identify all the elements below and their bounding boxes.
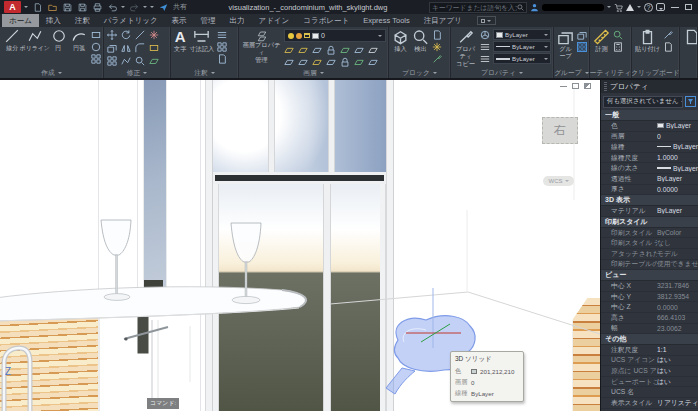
explode-tool-icon[interactable] — [149, 56, 159, 66]
linetype-list-icon[interactable] — [480, 42, 490, 52]
group-button[interactable]: グループ — [557, 29, 574, 60]
layer-state-icon[interactable] — [298, 57, 308, 67]
ungroup-icon[interactable] — [577, 30, 587, 40]
dimension-tool[interactable]: 寸法記入 — [189, 29, 214, 53]
move-tool-icon[interactable] — [107, 30, 117, 40]
panel-label-clipboard[interactable]: クリップボード — [632, 67, 679, 78]
search-input[interactable] — [432, 4, 517, 11]
layer-merge-icon[interactable] — [312, 57, 322, 67]
tab-featured-apps[interactable]: 注目アプリ — [417, 14, 469, 27]
panel-label-utilities[interactable]: ユーティリティ — [590, 67, 631, 78]
section-general[interactable]: 一般 — [601, 110, 698, 121]
section-view[interactable]: ビュー — [601, 270, 698, 281]
layer-dropdown[interactable]: 0 — [284, 29, 386, 42]
insert-block-button[interactable]: 挿入 — [392, 29, 409, 53]
calculator-icon[interactable] — [613, 42, 623, 52]
palette-grip[interactable] — [604, 82, 607, 91]
new-file-icon[interactable] — [31, 1, 43, 13]
panel-label-properties[interactable]: プロパティ — [451, 67, 553, 78]
block-attr-icon[interactable] — [432, 54, 442, 64]
mirror-tool-icon[interactable] — [121, 43, 131, 53]
autodesk-app-icon[interactable] — [626, 0, 634, 11]
store-cart-icon[interactable] — [614, 3, 623, 12]
share-label[interactable]: 共有 — [173, 2, 187, 12]
save-as-icon[interactable] — [76, 1, 88, 13]
panel-label-layers[interactable]: 画層 — [239, 68, 388, 78]
section-misc[interactable]: その他 — [601, 334, 698, 345]
section-3d-display[interactable]: 3D 表示 — [601, 195, 698, 206]
paste-button[interactable]: 貼り付け — [635, 29, 660, 53]
layer-freeze-icon[interactable] — [312, 45, 322, 55]
search-icon[interactable] — [517, 4, 524, 11]
apps-caret-icon[interactable] — [637, 6, 641, 10]
drawing-canvas[interactable]: 右 WCS 3D ソリッド 色 201,212,210 画層0 線種ByLaye… — [0, 80, 600, 411]
layer-lock-icon[interactable] — [326, 45, 336, 55]
create-block-icon[interactable] — [432, 30, 442, 40]
viewcube[interactable]: 右 — [542, 117, 578, 144]
feedback-icon[interactable] — [656, 3, 665, 11]
save-icon[interactable] — [61, 1, 73, 13]
command-line-badge[interactable]: コマンド: — [147, 398, 179, 409]
tab-parametric[interactable]: パラメトリック — [97, 14, 165, 27]
tab-collaborate[interactable]: コラボレート — [296, 14, 356, 27]
help-icon[interactable]: ? — [644, 3, 653, 12]
match-properties-button[interactable]: プロパティコピー — [454, 29, 477, 67]
circle-tool[interactable]: 円 — [50, 29, 68, 53]
viewport-restore-icon[interactable] — [572, 83, 579, 89]
linetype-dropdown[interactable]: ByLayer — [493, 41, 551, 52]
layer-off-icon[interactable] — [284, 45, 294, 55]
layer-current-icon[interactable] — [354, 45, 364, 55]
rotate-tool-icon[interactable] — [121, 30, 131, 40]
palette-titlebar[interactable]: プロパティ — [601, 80, 698, 93]
layer-copy-icon[interactable] — [354, 57, 364, 67]
offset-tool-icon[interactable] — [149, 43, 159, 53]
panel-label-block[interactable]: ブロック — [389, 67, 450, 78]
tab-view[interactable]: 表示 — [165, 14, 194, 27]
ellipse-tool-icon[interactable] — [91, 42, 101, 52]
panel-label-draw[interactable]: 作成 — [0, 67, 103, 78]
tab-manage[interactable]: 管理 — [194, 14, 223, 27]
section-plot-style[interactable]: 印刷スタイル — [601, 217, 698, 228]
view-button-partial[interactable] — [683, 29, 698, 45]
rectangle-tool-icon[interactable] — [91, 30, 101, 40]
layer-walk-icon[interactable] — [368, 45, 378, 55]
plot-icon[interactable] — [91, 1, 103, 13]
lineweight-list-icon[interactable] — [480, 54, 490, 64]
account-icon[interactable] — [530, 3, 539, 12]
minimize-button[interactable] — [671, 7, 679, 8]
account-caret-icon[interactable] — [607, 6, 611, 10]
detect-button[interactable]: 検出 — [412, 29, 429, 53]
leader-tool-icon[interactable] — [217, 30, 227, 40]
open-file-icon[interactable] — [46, 1, 58, 13]
arc-tool[interactable]: 円弧 — [70, 29, 88, 53]
layer-unlock-all-icon[interactable] — [340, 57, 350, 67]
viewport-minimize-icon[interactable] — [560, 86, 567, 87]
layer-settings-icon[interactable] — [368, 57, 378, 67]
tab-addins[interactable]: アドイン — [252, 14, 297, 27]
table-tool-icon[interactable] — [217, 42, 227, 52]
tab-home[interactable]: ホーム — [2, 14, 39, 27]
markup-tool-icon[interactable] — [217, 54, 227, 64]
polyline-tool[interactable]: ポリライン — [24, 29, 47, 53]
layer-delete-icon[interactable] — [326, 57, 336, 67]
ribbon-display-toggle[interactable] — [477, 16, 496, 25]
panel-label-annotate[interactable]: 注釈 — [171, 67, 238, 78]
line-tool[interactable]: 線分 — [3, 29, 21, 53]
layer-match-icon[interactable] — [340, 45, 350, 55]
redo-caret-icon[interactable] — [143, 6, 147, 10]
array-tool-icon[interactable] — [107, 56, 117, 66]
tab-output[interactable]: 出力 — [223, 14, 252, 27]
viewport-maximize-icon[interactable] — [584, 83, 591, 89]
object-color-dropdown[interactable]: ByLayer — [493, 29, 551, 40]
lineweight-dropdown[interactable]: ByLayer — [493, 53, 551, 64]
quick-select-tool-icon[interactable] — [613, 30, 623, 40]
tab-annotate[interactable]: 注釈 — [68, 14, 97, 27]
tab-express-tools[interactable]: Express Tools — [356, 14, 417, 27]
share-icon[interactable] — [157, 1, 169, 13]
trim-tool-icon[interactable] — [135, 30, 145, 40]
erase-tool-icon[interactable] — [149, 30, 159, 40]
stretch-tool-icon[interactable] — [121, 56, 131, 66]
app-logo[interactable]: A — [4, 1, 21, 13]
group-edit-icon[interactable] — [577, 42, 587, 52]
tab-insert[interactable]: 挿入 — [39, 14, 68, 27]
